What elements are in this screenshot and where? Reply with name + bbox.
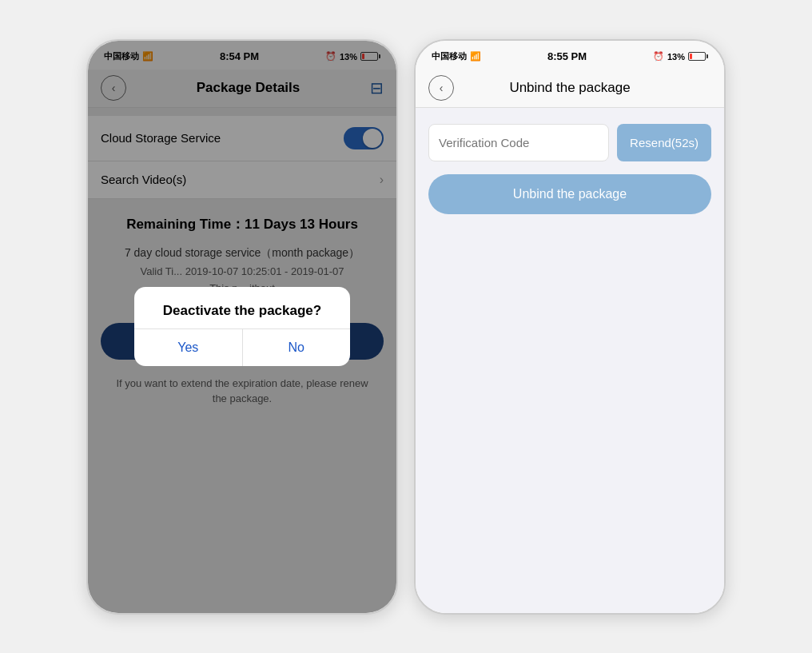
unbind-content: Resend(52s) Unbind the package	[416, 108, 724, 230]
status-right-2: ⏰ 13%	[653, 51, 708, 62]
battery-fill-2	[690, 54, 692, 59]
nav-bar-2: ‹ Unbind the package	[416, 70, 724, 108]
battery-pct-2: 13%	[667, 52, 685, 62]
yes-button[interactable]: Yes	[134, 329, 243, 366]
wifi-icon-2: 📶	[470, 51, 481, 62]
page-title-2: Unbind the package	[509, 80, 630, 96]
screens-container: 中国移动 📶 8:54 PM ⏰ 13% ‹	[86, 39, 726, 615]
back-button-2[interactable]: ‹	[428, 75, 454, 101]
battery-tip-2	[707, 54, 708, 58]
verification-row: Resend(52s)	[428, 124, 711, 161]
back-icon-2: ‹	[440, 82, 444, 94]
status-left-2: 中国移动 📶	[432, 50, 481, 62]
status-bar-2: 中国移动 📶 8:55 PM ⏰ 13%	[416, 41, 724, 70]
resend-button[interactable]: Resend(52s)	[617, 124, 711, 161]
no-button[interactable]: No	[243, 329, 351, 366]
unbind-package-button[interactable]: Unbind the package	[428, 174, 711, 214]
phone-screen1: 中国移动 📶 8:54 PM ⏰ 13% ‹	[86, 39, 398, 615]
verification-code-input[interactable]	[428, 124, 609, 161]
battery-icon-2	[688, 52, 708, 61]
phone-screen2: 中国移动 📶 8:55 PM ⏰ 13% ‹	[414, 39, 726, 615]
dialog-overlay: Deactivate the package? Yes No	[88, 41, 396, 613]
alarm-icon-2: ⏰	[653, 51, 664, 62]
deactivate-dialog: Deactivate the package? Yes No	[134, 287, 350, 366]
screen1-content: ‹ Package Details ⊟ Cloud Storage Servic…	[88, 70, 396, 615]
time-2: 8:55 PM	[547, 50, 587, 62]
dialog-title: Deactivate the package?	[134, 287, 350, 328]
screen2-content: ‹ Unbind the package Resend(52s) Unbind …	[416, 70, 724, 615]
battery-body-2	[688, 52, 706, 61]
carrier-2: 中国移动	[432, 50, 467, 62]
dialog-buttons: Yes No	[134, 328, 350, 366]
